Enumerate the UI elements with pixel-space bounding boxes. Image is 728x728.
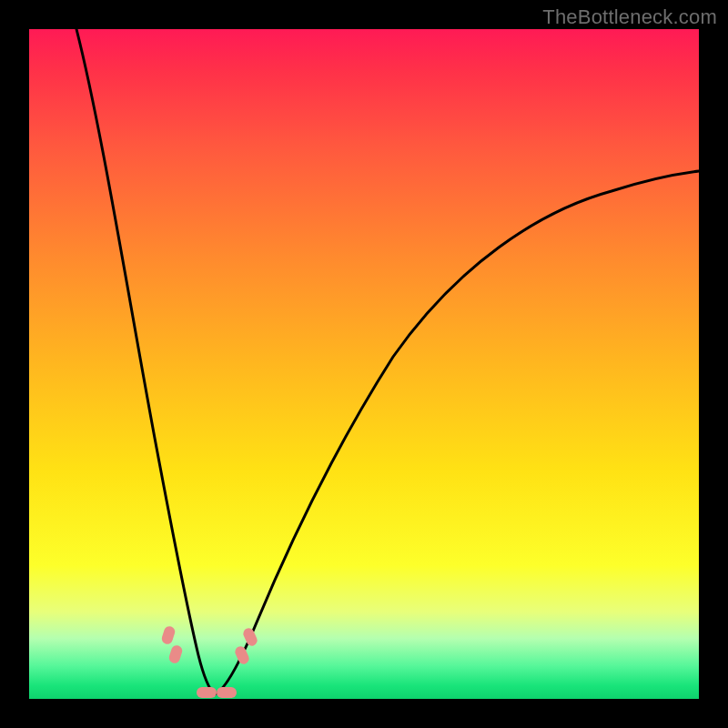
data-point-valley-b bbox=[217, 687, 237, 698]
data-point-left-a bbox=[160, 625, 177, 646]
curve-right-branch bbox=[215, 171, 699, 694]
data-point-valley-a bbox=[197, 687, 217, 698]
data-point-right-b bbox=[241, 626, 258, 647]
plot-area bbox=[29, 29, 699, 699]
chart-frame: TheBottleneck.com bbox=[0, 0, 728, 728]
watermark-text: TheBottleneck.com bbox=[542, 5, 717, 29]
curve-left-branch bbox=[76, 29, 215, 694]
data-point-right-a bbox=[233, 644, 250, 665]
data-point-left-b bbox=[167, 644, 184, 665]
curve-layer bbox=[29, 29, 699, 699]
